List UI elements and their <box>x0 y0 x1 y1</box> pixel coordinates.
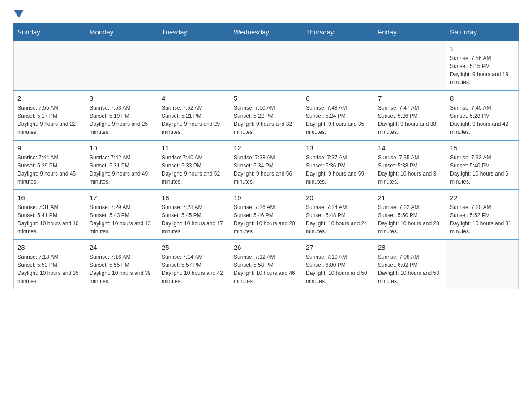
calendar-cell: 7Sunrise: 7:47 AM Sunset: 5:26 PM Daylig… <box>374 90 446 140</box>
calendar-table: SundayMondayTuesdayWednesdayThursdayFrid… <box>13 23 519 289</box>
calendar-cell: 16Sunrise: 7:31 AM Sunset: 5:41 PM Dayli… <box>14 190 86 240</box>
calendar-header-saturday: Saturday <box>446 24 519 41</box>
day-info: Sunrise: 7:26 AM Sunset: 5:46 PM Dayligh… <box>234 203 298 235</box>
calendar-header-tuesday: Tuesday <box>158 24 230 41</box>
calendar-header-sunday: Sunday <box>14 24 86 41</box>
day-number: 12 <box>234 144 298 152</box>
day-number: 14 <box>378 144 442 152</box>
calendar-cell: 2Sunrise: 7:55 AM Sunset: 5:17 PM Daylig… <box>14 90 86 140</box>
calendar-week-row: 2Sunrise: 7:55 AM Sunset: 5:17 PM Daylig… <box>14 90 519 140</box>
day-number: 26 <box>234 244 298 251</box>
day-info: Sunrise: 7:44 AM Sunset: 5:29 PM Dayligh… <box>17 154 82 186</box>
calendar-week-row: 1Sunrise: 7:56 AM Sunset: 5:15 PM Daylig… <box>14 41 519 90</box>
day-info: Sunrise: 7:53 AM Sunset: 5:19 PM Dayligh… <box>90 104 154 136</box>
page-header <box>13 9 519 19</box>
calendar-cell: 18Sunrise: 7:28 AM Sunset: 5:45 PM Dayli… <box>158 190 230 240</box>
day-info: Sunrise: 7:16 AM Sunset: 5:55 PM Dayligh… <box>90 253 154 285</box>
day-info: Sunrise: 7:18 AM Sunset: 5:53 PM Dayligh… <box>17 253 82 285</box>
day-info: Sunrise: 7:42 AM Sunset: 5:31 PM Dayligh… <box>90 154 154 186</box>
calendar-cell: 10Sunrise: 7:42 AM Sunset: 5:31 PM Dayli… <box>86 140 158 190</box>
calendar-cell: 19Sunrise: 7:26 AM Sunset: 5:46 PM Dayli… <box>230 190 302 240</box>
calendar-week-row: 23Sunrise: 7:18 AM Sunset: 5:53 PM Dayli… <box>14 240 519 289</box>
calendar-cell: 8Sunrise: 7:45 AM Sunset: 5:28 PM Daylig… <box>446 90 519 140</box>
day-number: 11 <box>162 144 226 152</box>
calendar-cell: 17Sunrise: 7:29 AM Sunset: 5:43 PM Dayli… <box>86 190 158 240</box>
day-number: 3 <box>90 94 154 102</box>
calendar-header-row: SundayMondayTuesdayWednesdayThursdayFrid… <box>14 24 519 41</box>
logo <box>13 9 24 19</box>
day-info: Sunrise: 7:56 AM Sunset: 5:15 PM Dayligh… <box>450 54 515 86</box>
day-info: Sunrise: 7:29 AM Sunset: 5:43 PM Dayligh… <box>90 203 154 235</box>
day-number: 21 <box>378 194 442 201</box>
day-number: 7 <box>378 94 442 102</box>
calendar-cell <box>158 41 230 90</box>
day-number: 22 <box>450 194 515 201</box>
day-info: Sunrise: 7:48 AM Sunset: 5:24 PM Dayligh… <box>306 104 370 136</box>
day-number: 25 <box>162 244 226 251</box>
day-info: Sunrise: 7:35 AM Sunset: 5:38 PM Dayligh… <box>378 154 442 186</box>
calendar-cell: 23Sunrise: 7:18 AM Sunset: 5:53 PM Dayli… <box>14 240 86 289</box>
day-info: Sunrise: 7:47 AM Sunset: 5:26 PM Dayligh… <box>378 104 442 136</box>
day-number: 13 <box>306 144 370 152</box>
day-info: Sunrise: 7:20 AM Sunset: 5:52 PM Dayligh… <box>450 203 515 235</box>
calendar-header-monday: Monday <box>86 24 158 41</box>
day-number: 24 <box>90 244 154 251</box>
calendar-cell <box>446 240 519 289</box>
day-info: Sunrise: 7:55 AM Sunset: 5:17 PM Dayligh… <box>17 104 82 136</box>
day-number: 15 <box>450 144 515 152</box>
calendar-cell: 20Sunrise: 7:24 AM Sunset: 5:48 PM Dayli… <box>302 190 374 240</box>
calendar-cell: 12Sunrise: 7:38 AM Sunset: 5:34 PM Dayli… <box>230 140 302 190</box>
day-number: 9 <box>17 144 82 152</box>
calendar-cell: 27Sunrise: 7:10 AM Sunset: 6:00 PM Dayli… <box>302 240 374 289</box>
day-info: Sunrise: 7:08 AM Sunset: 6:02 PM Dayligh… <box>378 253 442 285</box>
day-number: 20 <box>306 194 370 201</box>
day-info: Sunrise: 7:50 AM Sunset: 5:22 PM Dayligh… <box>234 104 298 136</box>
day-number: 5 <box>234 94 298 102</box>
calendar-cell: 4Sunrise: 7:52 AM Sunset: 5:21 PM Daylig… <box>158 90 230 140</box>
day-info: Sunrise: 7:31 AM Sunset: 5:41 PM Dayligh… <box>17 203 82 235</box>
day-info: Sunrise: 7:12 AM Sunset: 5:58 PM Dayligh… <box>234 253 298 285</box>
day-info: Sunrise: 7:37 AM Sunset: 5:36 PM Dayligh… <box>306 154 370 186</box>
calendar-cell: 1Sunrise: 7:56 AM Sunset: 5:15 PM Daylig… <box>446 41 519 90</box>
day-number: 16 <box>17 194 82 201</box>
day-info: Sunrise: 7:52 AM Sunset: 5:21 PM Dayligh… <box>162 104 226 136</box>
day-number: 10 <box>90 144 154 152</box>
day-info: Sunrise: 7:24 AM Sunset: 5:48 PM Dayligh… <box>306 203 370 235</box>
calendar-cell <box>230 41 302 90</box>
svg-marker-0 <box>14 10 24 18</box>
calendar-cell: 5Sunrise: 7:50 AM Sunset: 5:22 PM Daylig… <box>230 90 302 140</box>
day-number: 6 <box>306 94 370 102</box>
day-info: Sunrise: 7:10 AM Sunset: 6:00 PM Dayligh… <box>306 253 370 285</box>
day-info: Sunrise: 7:40 AM Sunset: 5:33 PM Dayligh… <box>162 154 226 186</box>
day-info: Sunrise: 7:22 AM Sunset: 5:50 PM Dayligh… <box>378 203 442 235</box>
calendar-cell: 22Sunrise: 7:20 AM Sunset: 5:52 PM Dayli… <box>446 190 519 240</box>
calendar-cell: 3Sunrise: 7:53 AM Sunset: 5:19 PM Daylig… <box>86 90 158 140</box>
calendar-header-thursday: Thursday <box>302 24 374 41</box>
day-number: 8 <box>450 94 515 102</box>
calendar-header-friday: Friday <box>374 24 446 41</box>
calendar-cell <box>86 41 158 90</box>
calendar-cell: 28Sunrise: 7:08 AM Sunset: 6:02 PM Dayli… <box>374 240 446 289</box>
day-number: 18 <box>162 194 226 201</box>
day-info: Sunrise: 7:45 AM Sunset: 5:28 PM Dayligh… <box>450 104 515 136</box>
calendar-cell: 6Sunrise: 7:48 AM Sunset: 5:24 PM Daylig… <box>302 90 374 140</box>
calendar-cell: 24Sunrise: 7:16 AM Sunset: 5:55 PM Dayli… <box>86 240 158 289</box>
day-number: 2 <box>17 94 82 102</box>
logo-triangle-icon <box>14 10 24 19</box>
day-number: 27 <box>306 244 370 251</box>
calendar-cell <box>302 41 374 90</box>
calendar-cell: 21Sunrise: 7:22 AM Sunset: 5:50 PM Dayli… <box>374 190 446 240</box>
calendar-cell: 13Sunrise: 7:37 AM Sunset: 5:36 PM Dayli… <box>302 140 374 190</box>
day-number: 17 <box>90 194 154 201</box>
calendar-cell <box>374 41 446 90</box>
day-number: 19 <box>234 194 298 201</box>
calendar-cell: 9Sunrise: 7:44 AM Sunset: 5:29 PM Daylig… <box>14 140 86 190</box>
calendar-cell: 11Sunrise: 7:40 AM Sunset: 5:33 PM Dayli… <box>158 140 230 190</box>
calendar-week-row: 9Sunrise: 7:44 AM Sunset: 5:29 PM Daylig… <box>14 140 519 190</box>
day-info: Sunrise: 7:14 AM Sunset: 5:57 PM Dayligh… <box>162 253 226 285</box>
day-number: 1 <box>450 45 515 52</box>
day-number: 28 <box>378 244 442 251</box>
day-number: 4 <box>162 94 226 102</box>
day-info: Sunrise: 7:33 AM Sunset: 5:40 PM Dayligh… <box>450 154 515 186</box>
calendar-cell: 14Sunrise: 7:35 AM Sunset: 5:38 PM Dayli… <box>374 140 446 190</box>
